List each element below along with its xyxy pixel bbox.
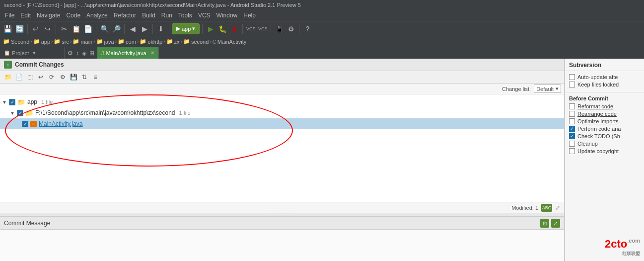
undo-btn[interactable]: ↩ <box>30 23 41 34</box>
right-option-rearrange: Rearrange code <box>569 111 640 117</box>
breadcrumb-main[interactable]: 📁 main <box>72 38 92 45</box>
breadcrumb-java-label: java <box>104 39 114 45</box>
breadcrumb-second[interactable]: 📁 Second <box>3 38 29 45</box>
commit-tool-add[interactable]: 📁 <box>3 72 13 82</box>
debug-btn[interactable]: ▶ <box>205 23 216 34</box>
commit-message-input[interactable] <box>0 230 564 260</box>
breadcrumb-src[interactable]: 📁 src <box>54 38 69 45</box>
nav-back-btn[interactable]: ◀ <box>127 23 138 34</box>
menu-window[interactable]: Window <box>214 11 241 20</box>
panel-dropdown[interactable]: ▾ <box>33 50 36 56</box>
right-label-perform[interactable]: Perform code ana <box>577 126 621 132</box>
commit-tool-copy[interactable]: 📄 <box>14 72 24 82</box>
paste-btn[interactable]: 📄 <box>82 23 93 34</box>
checkbox-cleanup[interactable] <box>569 141 575 147</box>
find-btn[interactable]: 🔍 <box>99 23 110 34</box>
checkbox-optimize[interactable] <box>569 118 575 124</box>
breadcrumb-zx[interactable]: 📁 zx <box>166 38 180 45</box>
right-label-optimize[interactable]: Optimize imports <box>577 118 619 124</box>
tree-label-mainactivity[interactable]: MainActivity.java <box>39 120 82 127</box>
tab-action-sync[interactable]: ↕ <box>75 49 80 58</box>
changelist-dropdown[interactable]: Default ▾ <box>534 85 561 93</box>
checkbox-rearrange[interactable] <box>569 111 575 117</box>
replace-btn[interactable]: 🔎 <box>111 23 122 34</box>
tab-mainactivity[interactable]: J MainActivity.java ✕ <box>97 47 159 59</box>
tree-arrow-app[interactable]: ▼ <box>2 99 7 105</box>
tree-checkbox-mainactivity[interactable]: ✓ <box>22 121 28 127</box>
tab-action-collapse[interactable]: ◈ <box>81 49 87 58</box>
drag-handle[interactable]: · · · · · <box>0 213 564 217</box>
tree-arrow-path[interactable]: ▼ <box>10 110 15 116</box>
menu-analyze[interactable]: Analyze <box>83 11 111 20</box>
checkbox-auto-update[interactable] <box>569 74 575 80</box>
menu-file[interactable]: File <box>2 11 17 20</box>
tree-row-mainactivity[interactable]: ✓ J MainActivity.java <box>0 118 564 129</box>
expand-btn[interactable]: ⤢ <box>555 204 560 211</box>
right-label-keep-locked[interactable]: Keep files locked <box>577 82 619 87</box>
tab-action-expand[interactable]: ⊞ <box>88 49 95 58</box>
abc-btn[interactable]: ABC <box>541 204 552 212</box>
help-btn[interactable]: ? <box>302 23 313 34</box>
commit-tool-undo[interactable]: ↩ <box>36 72 46 82</box>
breadcrumb-com[interactable]: 📁 com <box>118 38 136 45</box>
menu-edit[interactable]: Edit <box>17 11 34 20</box>
menu-refactor[interactable]: Refactor <box>111 11 139 20</box>
tree-row-app[interactable]: ▼ ✓ 📁 app 1 file <box>0 96 564 107</box>
checkbox-perform[interactable]: ✓ <box>569 126 575 132</box>
right-label-cleanup[interactable]: Cleanup <box>577 141 598 147</box>
menu-help[interactable]: Help <box>240 11 259 20</box>
checkbox-keep-locked[interactable] <box>569 82 575 87</box>
checkbox-copyright[interactable] <box>569 148 575 154</box>
commit-tool-refresh[interactable]: ⟳ <box>47 72 57 82</box>
breadcrumb-second-pkg[interactable]: 📁 second <box>183 38 209 45</box>
sdk-btn[interactable]: ⚙ <box>286 23 296 34</box>
tab-panel-select[interactable]: 📋 Project ▾ <box>0 47 65 59</box>
menu-run[interactable]: Run <box>158 11 175 20</box>
menu-tools[interactable]: Tools <box>175 11 195 20</box>
attach-btn[interactable]: 🐛 <box>217 23 228 34</box>
right-label-rearrange[interactable]: Rearrange code <box>577 111 617 117</box>
menu-vcs[interactable]: VCS <box>195 11 214 20</box>
tree-row-path[interactable]: ▼ ✓ 📁 F:\1\Second\app\src\main\java\com\… <box>0 107 564 118</box>
copy-btn[interactable]: 📋 <box>71 23 81 34</box>
menu-code[interactable]: Code <box>63 11 83 20</box>
vcs-update-btn[interactable]: VCS <box>245 23 256 34</box>
cut-btn[interactable]: ✂ <box>59 23 70 34</box>
commit-tool-diff[interactable]: ⬚ <box>25 72 35 82</box>
right-label-check-todo[interactable]: Check TODO (Sh <box>577 133 620 139</box>
right-label-reformat[interactable]: Reformat code <box>577 103 613 109</box>
right-label-copyright[interactable]: Update copyright <box>577 148 619 154</box>
commit-tool-group[interactable]: ≡ <box>90 72 100 82</box>
tab-close-btn[interactable]: ✕ <box>150 50 154 56</box>
sync-btn[interactable]: 🔄 <box>14 23 25 34</box>
commit-msg-format-btn[interactable]: ⊡ <box>540 219 549 228</box>
breadcrumb-mainactivity[interactable]: C MainActivity <box>213 39 247 45</box>
breadcrumb-app[interactable]: 📁 app <box>33 38 50 45</box>
tab-action-settings[interactable]: ⚙ <box>67 49 74 58</box>
right-label-auto-update[interactable]: Auto-update afte <box>577 74 618 80</box>
menu-navigate[interactable]: Navigate <box>34 11 63 20</box>
commit-tool-settings[interactable]: ⚙ <box>58 72 68 82</box>
tree-checkbox-app[interactable]: ✓ <box>9 99 15 105</box>
vcs-commit-btn[interactable]: VCS <box>257 23 268 34</box>
right-panel: Subversion Auto-update afte Keep files l… <box>565 59 644 261</box>
right-option-optimize: Optimize imports <box>569 118 640 124</box>
redo-btn[interactable]: ↪ <box>42 23 53 34</box>
step-over-btn[interactable]: ⬇ <box>155 23 166 34</box>
tree-checkbox-path[interactable]: ✓ <box>17 110 23 116</box>
checkbox-reformat[interactable] <box>569 103 575 109</box>
checkbox-check-todo[interactable]: ✓ <box>569 133 575 139</box>
run-btn[interactable]: ▶ app ▾ <box>172 23 200 34</box>
breadcrumb-java[interactable]: 📁 java <box>96 38 114 45</box>
menu-build[interactable]: Build <box>139 11 158 20</box>
commit-msg-expand-btn[interactable]: ⤢ <box>551 219 560 228</box>
commit-tool-save[interactable]: 💾 <box>69 72 78 82</box>
nav-fwd-btn[interactable]: ▶ <box>139 23 150 34</box>
title-bar: second - [F:\1\Second] - [app] - ...\app… <box>0 0 644 10</box>
commit-msg-title: Commit Message <box>4 220 50 227</box>
breadcrumb-okhttp[interactable]: 📁 okhttp <box>140 38 162 45</box>
commit-tool-sort[interactable]: ⇅ <box>79 72 89 82</box>
stop-btn[interactable]: ■ <box>229 23 240 34</box>
save-btn[interactable]: 💾 <box>2 23 13 34</box>
avd-btn[interactable]: 📱 <box>274 23 285 34</box>
